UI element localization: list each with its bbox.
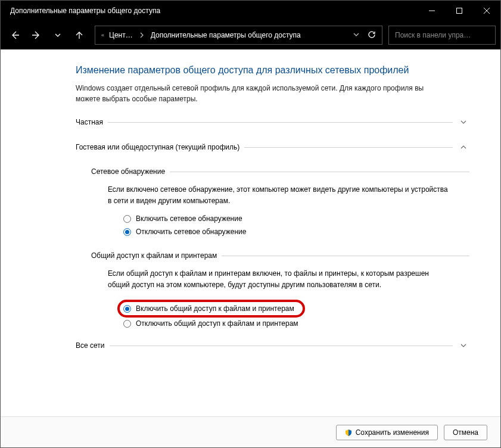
arrow-right-icon xyxy=(32,30,41,40)
titlebar-buttons xyxy=(418,1,500,21)
subsection-description: Если общий доступ к файлам и принтерам в… xyxy=(91,262,469,296)
address-bar[interactable]: « Цент… Дополнительные параметры общего … xyxy=(95,26,382,45)
shield-icon xyxy=(345,429,352,436)
chevron-up-icon xyxy=(458,144,469,151)
section-label: Все сети xyxy=(76,341,105,350)
window-title: Дополнительные параметры общего доступа xyxy=(10,7,160,15)
arrow-left-icon xyxy=(10,30,20,40)
chevron-down-icon xyxy=(458,342,469,349)
page-title: Изменение параметров общего доступа для … xyxy=(76,65,469,76)
titlebar: Дополнительные параметры общего доступа xyxy=(1,1,500,21)
button-label: Сохранить изменения xyxy=(356,428,429,437)
radio-icon xyxy=(123,215,131,223)
chevron-down-icon[interactable] xyxy=(353,31,359,39)
search-placeholder: Поиск в панели упра… xyxy=(395,31,471,39)
breadcrumb-segment[interactable]: Цент… xyxy=(109,31,133,39)
subsection-sharing: Общий доступ к файлам и принтерам xyxy=(91,249,469,262)
subsection-discovery: Сетевое обнаружение xyxy=(91,165,469,178)
sharing-radio-group: Включить общий доступ к файлам и принтер… xyxy=(91,296,469,330)
recent-button[interactable] xyxy=(48,26,67,45)
radio-label: Включить сетевое обнаружение xyxy=(136,214,242,223)
window: Дополнительные параметры общего доступа xyxy=(0,0,501,448)
chevron-left-double-icon: « xyxy=(101,32,104,38)
arrow-up-icon xyxy=(74,30,84,40)
cancel-button[interactable]: Отмена xyxy=(444,425,487,440)
subsection-label: Сетевое обнаружение xyxy=(91,167,165,176)
section-all-networks[interactable]: Все сети xyxy=(76,338,469,353)
minimize-icon xyxy=(428,7,435,14)
radio-label: Отключить общий доступ к файлам и принте… xyxy=(136,319,298,328)
chevron-down-icon xyxy=(458,119,469,126)
chevron-right-icon xyxy=(138,26,146,45)
divider xyxy=(170,172,469,172)
radio-discovery-on[interactable]: Включить сетевое обнаружение xyxy=(123,212,469,225)
save-button[interactable]: Сохранить изменения xyxy=(336,425,438,440)
section-label: Гостевая или общедоступная (текущий проф… xyxy=(76,143,239,151)
close-icon xyxy=(483,7,490,14)
back-button[interactable] xyxy=(5,26,24,45)
divider xyxy=(244,147,453,148)
radio-label: Включить общий доступ к файлам и принтер… xyxy=(136,304,294,313)
section-guest-body: Сетевое обнаружение Если включено сетево… xyxy=(76,154,469,338)
chevron-down-icon xyxy=(54,32,61,39)
discovery-radio-group: Включить сетевое обнаружение Отключить с… xyxy=(91,212,469,238)
subsection-label: Общий доступ к файлам и принтерам xyxy=(91,251,217,260)
divider xyxy=(222,256,469,256)
maximize-button[interactable] xyxy=(446,1,473,21)
radio-discovery-off[interactable]: Отключить сетевое обнаружение xyxy=(123,225,469,238)
divider xyxy=(108,122,453,123)
footer: Сохранить изменения Отмена xyxy=(1,416,500,447)
refresh-button[interactable] xyxy=(368,30,376,41)
svg-rect-1 xyxy=(457,8,462,14)
button-label: Отмена xyxy=(453,428,478,437)
minimize-button[interactable] xyxy=(418,1,446,21)
section-guest[interactable]: Гостевая или общедоступная (текущий проф… xyxy=(76,140,469,154)
radio-icon xyxy=(123,320,131,328)
highlight-annotation: Включить общий доступ к файлам и принтер… xyxy=(117,300,305,318)
navbar: « Цент… Дополнительные параметры общего … xyxy=(1,21,500,49)
up-button[interactable] xyxy=(70,26,89,45)
content-area: Изменение параметров общего доступа для … xyxy=(1,49,500,416)
maximize-icon xyxy=(456,7,463,14)
search-input[interactable]: Поиск в панели упра… xyxy=(388,26,496,45)
subsection-description: Если включено сетевое обнаружение, этот … xyxy=(91,178,469,212)
radio-icon xyxy=(123,228,131,236)
section-private[interactable]: Частная xyxy=(76,115,469,129)
page-description: Windows создает отдельный сетевой профил… xyxy=(76,83,469,104)
breadcrumb-segment[interactable]: Дополнительные параметры общего доступа xyxy=(151,31,301,39)
radio-label: Отключить сетевое обнаружение xyxy=(136,228,246,236)
radio-icon xyxy=(123,305,131,313)
radio-sharing-off[interactable]: Отключить общий доступ к файлам и принте… xyxy=(123,317,469,330)
forward-button[interactable] xyxy=(27,26,46,45)
section-label: Частная xyxy=(76,118,103,126)
close-button[interactable] xyxy=(473,1,500,21)
divider xyxy=(110,346,453,346)
radio-sharing-on[interactable]: Включить общий доступ к файлам и принтер… xyxy=(123,304,294,313)
